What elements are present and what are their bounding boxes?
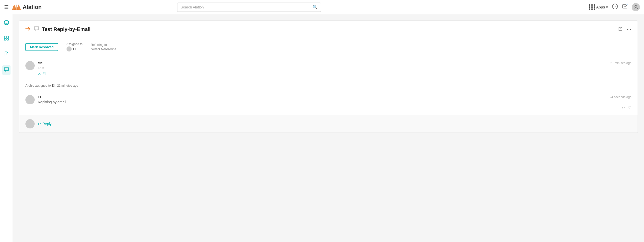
conversation-arrow-icon: [25, 27, 31, 32]
message-avatar-2: [25, 95, 35, 104]
mention-person-icon: [38, 72, 41, 76]
conversation-title: Test Reply-by-Email: [42, 26, 91, 32]
notification-icon[interactable]: [622, 4, 628, 11]
assigned-to-label: Assigned to: [67, 42, 83, 46]
like-action-icon[interactable]: ♡: [628, 106, 631, 110]
message-meta-1: me 21 minutes ago: [38, 61, 631, 65]
notification-dot: [626, 3, 628, 5]
search-icon: 🔍: [312, 5, 318, 9]
svg-point-7: [4, 21, 8, 22]
apps-grid-icon: [589, 4, 595, 10]
message-timestamp-1: 21 minutes ago: [610, 61, 631, 65]
sidebar-item-grid[interactable]: [2, 34, 11, 44]
message-block-1: me 21 minutes ago Test El: [19, 56, 638, 81]
referring-to-label: Referring to: [91, 43, 116, 47]
system-message: Archie assigned to El , 21 minutes ago: [19, 81, 638, 90]
svg-point-14: [39, 72, 40, 73]
top-nav: ☰ Alation 🔍 Apps ▾ ?: [0, 0, 644, 14]
alation-logo-icon: [12, 4, 21, 11]
help-icon[interactable]: ?: [612, 4, 618, 11]
user-avatar[interactable]: [632, 3, 640, 11]
message-author-1: me: [38, 61, 43, 65]
assignee-name: El: [73, 47, 76, 51]
referring-to-value[interactable]: Select Reference: [91, 47, 116, 51]
svg-rect-11: [7, 38, 8, 40]
svg-text:?: ?: [614, 5, 616, 8]
message-row-2: El 24 seconds ago Replying by email ↩ ♡: [25, 95, 631, 110]
system-target: El: [52, 84, 54, 87]
apps-chevron-icon: ▾: [606, 5, 608, 9]
reply-button[interactable]: ↩ Reply: [38, 122, 52, 126]
search-input[interactable]: [181, 5, 312, 9]
card-header: Test Reply-by-Email ···: [19, 21, 638, 38]
reply-label: Reply: [42, 122, 52, 126]
reply-block: ↩ Reply: [19, 115, 638, 133]
system-actor: Archie: [25, 84, 34, 87]
nav-right: Apps ▾ ?: [589, 3, 640, 11]
sidebar-item-database[interactable]: [2, 18, 11, 28]
message-content-1: me 21 minutes ago Test El: [38, 61, 631, 76]
hamburger-menu[interactable]: ☰: [4, 4, 9, 10]
message-actions-2: ↩ ♡: [38, 106, 631, 110]
assignee-avatar: [67, 46, 72, 52]
sidebar-item-document[interactable]: [2, 50, 11, 59]
card-toolbar: Mark Resolved Assigned to El Referring t…: [19, 38, 638, 56]
search-bar[interactable]: 🔍: [177, 3, 321, 12]
svg-rect-8: [4, 36, 6, 38]
referring-to-placeholder[interactable]: Select Reference: [91, 47, 116, 51]
reply-avatar: [25, 119, 35, 128]
card-header-left: Test Reply-by-Email: [25, 26, 618, 33]
assigned-to-value: El: [67, 46, 83, 52]
message-content-2: El 24 seconds ago Replying by email ↩ ♡: [38, 95, 631, 110]
message-avatar-1: [25, 61, 35, 70]
reply-icon: ↩: [38, 122, 41, 126]
message-meta-2: El 24 seconds ago: [38, 95, 631, 99]
svg-rect-10: [4, 38, 6, 40]
message-text-1: Test: [38, 66, 631, 70]
message-author-2: El: [38, 95, 41, 99]
svg-point-6: [635, 5, 637, 7]
message-text-2: Replying by email: [38, 100, 631, 104]
chat-bubble-icon: [34, 26, 39, 33]
mention-name-1: El: [42, 72, 45, 76]
nav-left: ☰ Alation: [4, 4, 42, 11]
main-content: Test Reply-by-Email ··· Mark Resolved As…: [13, 14, 644, 242]
mention-link-1[interactable]: El: [38, 72, 45, 76]
system-time: 21 minutes ago: [57, 84, 78, 87]
card-header-right: ···: [618, 27, 631, 32]
logo-text: Alation: [23, 4, 42, 11]
apps-button[interactable]: Apps ▾: [589, 4, 608, 10]
mark-resolved-button[interactable]: Mark Resolved: [25, 43, 58, 51]
svg-rect-9: [7, 36, 8, 38]
external-link-icon[interactable]: [618, 27, 623, 32]
conversation-card: Test Reply-by-Email ··· Mark Resolved As…: [19, 21, 638, 133]
left-sidebar: [0, 14, 13, 242]
referring-to-field: Referring to Select Reference: [91, 43, 116, 51]
assigned-to-field: Assigned to El: [67, 42, 83, 52]
logo[interactable]: Alation: [12, 4, 42, 11]
more-options-icon[interactable]: ···: [627, 27, 631, 32]
message-block-2: El 24 seconds ago Replying by email ↩ ♡: [19, 90, 638, 115]
apps-label: Apps: [596, 5, 605, 9]
system-action: assigned to: [35, 84, 52, 87]
sidebar-item-chat[interactable]: [2, 65, 11, 75]
message-timestamp-2: 24 seconds ago: [610, 95, 631, 99]
message-row-1: me 21 minutes ago Test El: [25, 61, 631, 76]
reply-action-icon[interactable]: ↩: [622, 106, 625, 110]
svg-rect-5: [622, 5, 627, 8]
